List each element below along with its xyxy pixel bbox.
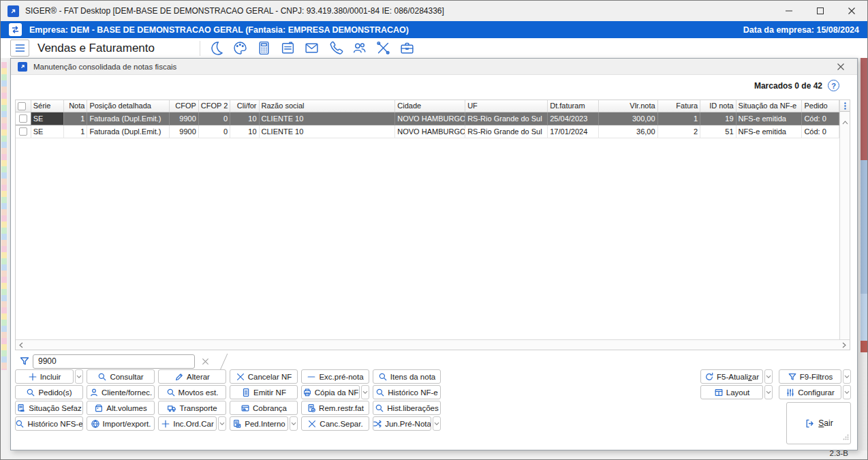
row-checkbox[interactable] — [16, 125, 31, 138]
column-header-id-nota[interactable]: ID nota — [700, 100, 736, 112]
dialog-close-icon[interactable] — [831, 59, 850, 74]
cell-situacao-da-nf-e: NFS-e emitida — [736, 112, 802, 125]
button-alt-volumes[interactable]: Alt.volumes — [87, 401, 155, 415]
copia-da-nf-dropdown[interactable] — [361, 385, 369, 399]
column-header-cfop-2[interactable]: CFOP 2 — [198, 100, 230, 112]
column-header-serie[interactable]: Série — [31, 100, 63, 112]
button-transporte[interactable]: Transporte — [158, 401, 226, 415]
button-inc-ord-car[interactable]: Inc.Ord.Car — [158, 416, 217, 431]
button-rem-restr-fat[interactable]: Rem.restr.fat — [301, 401, 369, 415]
button-situacao-sefaz[interactable]: Situação Sefaz — [15, 401, 83, 415]
button-exc-pre-nota[interactable]: Exc.pré-nota — [301, 369, 369, 384]
marked-counter: Marcados 0 de 42 ? — [754, 80, 839, 91]
button-import-export[interactable]: Import/export. — [87, 416, 155, 431]
cell-nota: 1 — [64, 112, 87, 125]
vertical-scrollbar[interactable] — [839, 100, 850, 339]
scroll-up-icon[interactable] — [842, 115, 848, 127]
resize-grip[interactable] — [843, 433, 849, 442]
tools-icon[interactable] — [375, 40, 391, 56]
select-all-checkbox[interactable] — [16, 100, 31, 112]
ped-interno-dropdown[interactable] — [290, 416, 298, 431]
button-alterar[interactable]: Alterar — [158, 369, 226, 384]
filter-funnel-icon[interactable] — [16, 356, 33, 367]
column-header-vlr-nota[interactable]: Vlr.nota — [598, 100, 657, 112]
button-layout[interactable]: Layout — [700, 385, 763, 399]
incluir-dropdown[interactable] — [75, 369, 83, 384]
cell-fatura: 1 — [657, 112, 700, 125]
column-header-fatura[interactable]: Fatura — [657, 100, 700, 112]
button-emitir-nf[interactable]: Emitir NF — [230, 385, 298, 399]
button-label: Ped.Interno — [245, 420, 285, 428]
scroll-left-icon[interactable] — [19, 339, 23, 351]
button-incluir[interactable]: Incluir — [15, 369, 74, 384]
column-header-cli-for[interactable]: Cli/for — [230, 100, 259, 112]
f9-filtros-dropdown[interactable] — [843, 369, 851, 384]
button-cliente-fornec[interactable]: Cliente/fornec. — [87, 385, 155, 399]
swap-company-icon[interactable] — [9, 23, 22, 36]
configurar-dropdown[interactable] — [843, 385, 851, 399]
phone-icon[interactable] — [328, 40, 343, 56]
button-canc-separ[interactable]: Canc.Separ. — [301, 416, 369, 431]
minimize-button[interactable] — [773, 1, 805, 21]
column-header-dt-faturam[interactable]: Dt.faturam — [548, 100, 599, 112]
column-header-situacao-da-nf-e[interactable]: Situação da NF-e — [736, 100, 802, 112]
button-historico-nf-e[interactable]: Histórico NF-e — [373, 385, 441, 399]
button-configurar[interactable]: Configurar — [779, 385, 841, 399]
moon-icon[interactable] — [208, 40, 224, 56]
button-historico-nfs-e[interactable]: Histórico NFS-e — [15, 416, 83, 431]
f5-atualizar-dropdown[interactable] — [764, 369, 773, 384]
inc-ord-car-dropdown[interactable] — [218, 416, 226, 431]
column-menu-icon[interactable] — [840, 100, 850, 112]
button-pedido-s[interactable]: Pedido(s) — [15, 385, 83, 399]
row-checkbox[interactable] — [16, 112, 31, 125]
column-header-posicao-detalhada[interactable]: Posição detalhada — [87, 100, 170, 112]
action-button-grid: IncluirConsultarAlterarCancelar NFExc.pr… — [15, 369, 441, 431]
button-jun-pre-nota[interactable]: Jun.Pré-Nota — [373, 416, 431, 431]
scroll-right-icon[interactable] — [842, 339, 846, 351]
filter-input[interactable] — [33, 354, 195, 369]
button-label: Cobrança — [253, 404, 287, 412]
table-row[interactable]: SE1Faturada (Dupl.Emit.)9900010CLIENTE 1… — [16, 112, 839, 125]
palette-icon[interactable] — [232, 40, 248, 56]
horizontal-scrollbar[interactable] — [16, 339, 850, 350]
button-sair[interactable]: Sair — [786, 402, 851, 444]
pencil-icon — [174, 372, 184, 382]
column-header-nota[interactable]: Nota — [64, 100, 87, 112]
button-cancelar-nf[interactable]: Cancelar NF — [230, 369, 298, 384]
users-icon[interactable] — [352, 40, 367, 56]
button-ped-interno[interactable]: Ped.Interno — [230, 416, 288, 431]
button-label: Inc.Ord.Car — [173, 420, 213, 428]
close-button[interactable] — [836, 1, 867, 21]
button-f5-atualizar[interactable]: F5-Atualizar — [700, 369, 763, 384]
maximize-button[interactable] — [805, 1, 836, 21]
notes-grid: SérieNotaPosição detalhadaCFOPCFOP 2Cli/… — [15, 99, 850, 350]
cell-cfop-2: 0 — [198, 112, 230, 125]
column-header-uf[interactable]: UF — [465, 100, 548, 112]
column-header-razao-social[interactable]: Razão social — [259, 100, 395, 112]
button-f9-filtros[interactable]: F9-Filtros — [779, 369, 841, 384]
layout-dropdown[interactable] — [764, 385, 773, 399]
button-itens-da-nota[interactable]: Itens da nota — [373, 369, 441, 384]
column-header-pedido[interactable]: Pedido — [802, 100, 839, 112]
button-hist-liberacoes[interactable]: Hist.liberações — [373, 401, 441, 415]
column-header-cfop[interactable]: CFOP — [170, 100, 198, 112]
cell-vlr-nota: 300,00 — [598, 112, 657, 125]
column-header-cidade[interactable]: Cidade — [395, 100, 465, 112]
button-movtos-est[interactable]: Movtos est. — [158, 385, 226, 399]
help-icon[interactable]: ? — [828, 80, 839, 91]
table-row[interactable]: SE1Faturada (Dupl.Emit.)9900010CLIENTE 1… — [16, 125, 839, 138]
button-consultar[interactable]: Consultar — [87, 369, 155, 384]
briefcase-icon[interactable] — [399, 40, 415, 56]
plus-icon — [28, 372, 37, 382]
notes-icon[interactable] — [280, 40, 296, 56]
calculator-icon[interactable] — [256, 40, 272, 56]
filter-clear-icon[interactable] — [195, 358, 215, 365]
search-icon — [166, 388, 176, 397]
envelope-icon[interactable] — [304, 40, 320, 56]
plus-icon — [161, 419, 170, 429]
menu-hamburger-icon[interactable] — [10, 40, 29, 57]
jun-pre-nota-dropdown[interactable] — [433, 416, 441, 431]
button-copia-da-nf[interactable]: Cópia da NF — [301, 385, 360, 399]
button-cobranca[interactable]: Cobrança — [230, 401, 298, 415]
button-label: Hist.liberações — [387, 404, 438, 412]
